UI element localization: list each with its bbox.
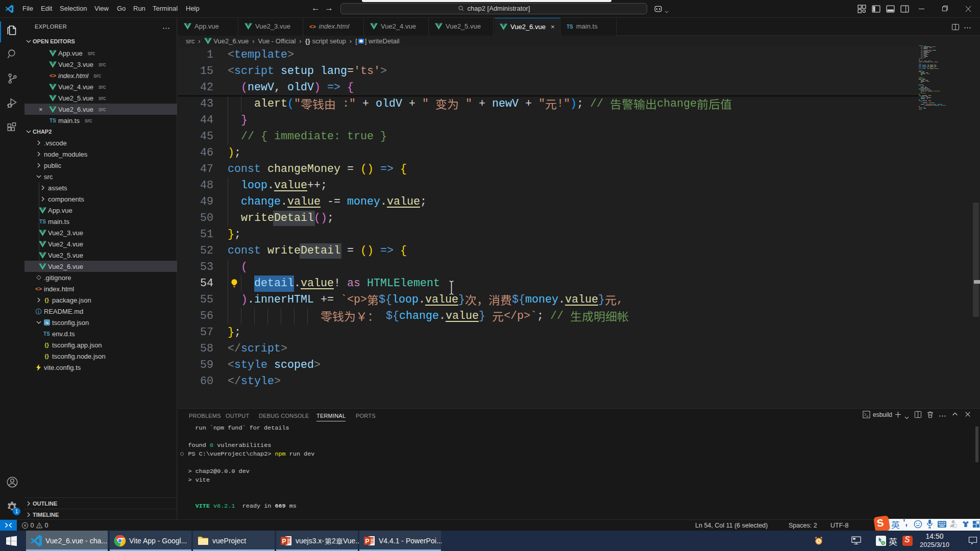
svg-text:P: P xyxy=(282,538,286,545)
svg-text:ts: ts xyxy=(45,321,48,324)
svg-text:P: P xyxy=(365,538,369,545)
